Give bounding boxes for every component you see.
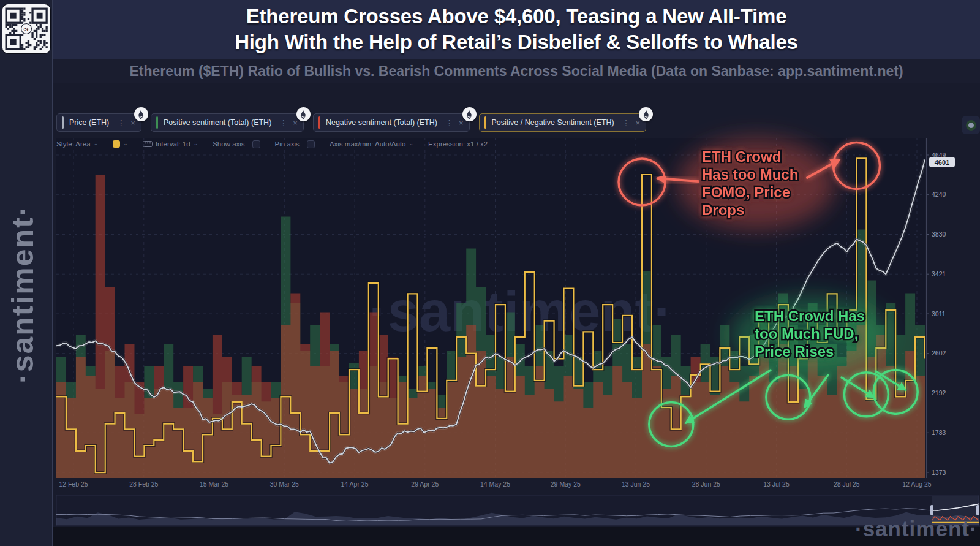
tab-accent-bar — [484, 116, 486, 129]
date-axis: 12 Feb 2528 Feb 2515 Mar 2530 Mar 2514 A… — [59, 480, 931, 488]
tab-accent-bar — [156, 116, 158, 129]
y-tick-label: 3011 — [932, 310, 946, 317]
qr-code: ·S· — [2, 4, 50, 53]
chart-santiment-watermark: ·santiment· — [369, 280, 673, 343]
x-tick-label: 12 Feb 25 — [59, 480, 88, 488]
x-tick-label: 14 May 25 — [480, 480, 510, 488]
chevron-down-icon: ⌄ — [409, 140, 414, 146]
pin-axis-checkbox[interactable] — [307, 140, 315, 148]
y-tick-label: 2192 — [932, 389, 946, 396]
tab-negative-sentiment[interactable]: Negative sentiment (Total) (ETH) ⋮ × — [313, 113, 470, 132]
panel-toggle-button[interactable] — [962, 116, 980, 134]
y-tick-label: 3421 — [932, 270, 946, 278]
chevron-down-icon: ⌄ — [94, 140, 99, 146]
tab-positive-negative-ratio[interactable]: Positive / Negative Sentiment (ETH) ⋮ × — [479, 113, 647, 132]
tab-accent-bar — [318, 116, 320, 129]
chevron-down-icon: ⌄ — [194, 140, 198, 146]
x-tick-label: 15 Mar 25 — [200, 480, 228, 488]
style-label: Style: Area — [56, 140, 91, 148]
tab-accent-bar — [62, 116, 64, 129]
x-tick-label: 14 Apr 25 — [341, 480, 369, 488]
x-tick-label: 13 Jun 25 — [622, 480, 650, 488]
subtitle-row: Ethereum ($ETH) Ratio of Bullish vs. Bea… — [53, 59, 980, 83]
color-swatch-selector[interactable]: ⌄ — [113, 140, 128, 148]
tab-label: Price (ETH) — [69, 118, 109, 127]
show-axis-checkbox[interactable] — [252, 140, 260, 148]
navigator-handle-right[interactable] — [976, 505, 979, 515]
tab-menu-icon[interactable]: ⋮ — [279, 118, 287, 127]
series-color-swatch[interactable] — [113, 140, 120, 148]
tab-positive-sentiment[interactable]: Positive sentiment (Total) (ETH) ⋮ × — [151, 113, 304, 132]
page-title-line1: Ethereum Crosses Above $4,600, Teasing a… — [246, 4, 787, 29]
eth-logo-icon — [462, 107, 477, 121]
pin-axis-toggle[interactable]: Pin axis — [275, 140, 315, 148]
interval-selector[interactable]: Interval: 1d ⌄ — [143, 140, 198, 148]
price-axis: 4649424038303421301126022192178313734601 — [927, 138, 955, 478]
tab-label: Positive sentiment (Total) (ETH) — [164, 118, 271, 127]
y-tick-label: 4649 — [932, 151, 946, 159]
chart-toolbar: Style: Area ⌄ ⌄ Interval: 1d ⌄ Show axis… — [56, 138, 502, 150]
ruler-icon — [143, 140, 153, 148]
left-sidebar: ·S· ·santiment· — [0, 0, 53, 546]
tab-close-icon[interactable]: × — [293, 118, 298, 127]
tab-close-icon[interactable]: × — [459, 118, 464, 127]
chevron-down-icon: ⌄ — [123, 140, 128, 146]
tab-menu-icon[interactable]: ⋮ — [445, 118, 453, 127]
tab-price-eth[interactable]: Price (ETH) ⋮ × — [56, 113, 141, 132]
pin-axis-label: Pin axis — [275, 140, 300, 148]
style-selector[interactable]: Style: Area ⌄ — [56, 140, 98, 148]
axis-maxmin-selector[interactable]: Axis max/min: Auto/Auto ⌄ — [330, 140, 413, 148]
x-tick-label: 29 Apr 25 — [411, 480, 439, 488]
bottom-santiment-watermark: ·santiment· — [855, 517, 978, 541]
page-subtitle: Ethereum ($ETH) Ratio of Bullish vs. Bea… — [129, 63, 903, 80]
record-indicator-icon — [966, 120, 976, 131]
y-tick-label: 1783 — [932, 429, 946, 436]
x-tick-label: 28 Jul 25 — [834, 480, 860, 488]
current-price-value: 4601 — [935, 159, 949, 166]
header: Ethereum Crosses Above $4,600, Teasing a… — [53, 0, 980, 59]
axis-maxmin-label: Axis max/min: Auto/Auto — [330, 140, 406, 148]
y-tick-label: 3830 — [932, 230, 946, 238]
tab-label: Positive / Negative Sentiment (ETH) — [492, 118, 614, 127]
x-tick-label: 30 Mar 25 — [270, 480, 299, 488]
expression-control[interactable]: Expression: x1 / x2 — [428, 140, 488, 148]
eth-logo-icon — [134, 107, 148, 121]
santiment-chart-page: ·santiment·46494240383034213011260221921… — [0, 0, 980, 546]
y-tick-label: 4240 — [932, 191, 946, 198]
show-axis-label: Show axis — [213, 140, 244, 148]
navigator-handle-left[interactable] — [930, 505, 933, 515]
eth-logo-icon — [296, 107, 311, 121]
y-tick-label: 1373 — [932, 469, 946, 476]
sidebar-santiment-watermark: ·santiment· — [5, 175, 44, 414]
x-tick-label: 28 Feb 25 — [129, 480, 158, 488]
svg-text:·S·: ·S· — [23, 26, 30, 32]
x-tick-label: 29 May 25 — [551, 480, 581, 488]
tab-menu-icon[interactable]: ⋮ — [622, 118, 630, 127]
page-title-line2: High With the Help of Retail’s Disbelief… — [235, 29, 798, 55]
x-tick-label: 12 Aug 25 — [902, 480, 931, 488]
navigator[interactable] — [56, 495, 979, 526]
tab-label: Negative sentiment (Total) (ETH) — [326, 118, 437, 127]
x-tick-label: 13 Jul 25 — [763, 480, 790, 488]
interval-label: Interval: 1d — [156, 140, 190, 148]
metric-tabs-row: Price (ETH) ⋮ × Positive sentiment (Tota… — [56, 113, 646, 132]
tab-close-icon[interactable]: × — [636, 118, 641, 127]
expression-label: Expression: x1 / x2 — [428, 140, 488, 148]
x-tick-label: 28 Jun 25 — [692, 480, 720, 488]
y-tick-label: 2602 — [932, 349, 946, 357]
show-axis-toggle[interactable]: Show axis — [213, 140, 260, 148]
tab-menu-icon[interactable]: ⋮ — [117, 118, 125, 127]
tab-close-icon[interactable]: × — [130, 118, 135, 127]
